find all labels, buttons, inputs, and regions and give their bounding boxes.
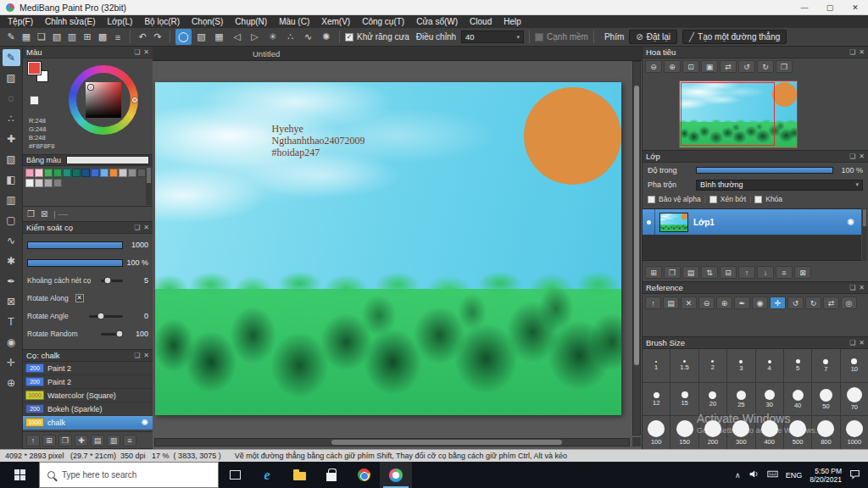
actual-size-icon[interactable]: ▣ [701, 60, 718, 73]
panels-icon[interactable]: ≡ [111, 30, 125, 44]
float-panel-icon[interactable]: ❏ [849, 48, 855, 56]
brush-size-cell[interactable]: 4 [756, 349, 783, 382]
zoom-in-icon[interactable]: ⊕ [664, 60, 681, 73]
smudge-tool[interactable]: ∴ [3, 110, 20, 127]
brush-size-cell[interactable]: 3 [727, 349, 754, 382]
hand-tool[interactable]: ✛ [3, 354, 20, 371]
medibang-icon[interactable] [380, 462, 412, 488]
brush-up-icon[interactable]: ↑ [26, 435, 40, 446]
ref-folder-icon[interactable]: ▤ [663, 297, 679, 309]
reset-button[interactable]: ⊘ Đặt lại [629, 30, 677, 44]
brush-size-slider[interactable] [27, 241, 123, 249]
curve-tool-icon[interactable]: ∿ [300, 29, 316, 45]
vertical-scrollbar[interactable] [632, 61, 641, 435]
palette-swatch[interactable] [100, 169, 108, 177]
tool-settings-icon[interactable]: ✺ [318, 29, 334, 45]
symmetry-tool-icon[interactable]: ✳ [264, 29, 281, 45]
float-panel-icon[interactable]: ❏ [849, 152, 855, 160]
canvas-viewport[interactable]: HyehyeNgthanhthao24072009#hoidap247 [153, 61, 642, 449]
menu-item[interactable]: Chọn(S) [186, 15, 229, 28]
close-panel-icon[interactable]: ✕ [143, 224, 149, 231]
move-tool[interactable]: ✚ [3, 130, 20, 147]
edit-brush-icon[interactable]: ✚ [75, 435, 88, 446]
fill-tool[interactable]: ◧ [3, 171, 20, 188]
select-pen-tool[interactable]: ✒ [3, 273, 20, 290]
zoom-tool[interactable]: ⊕ [3, 374, 20, 391]
rotate-random-slider[interactable] [101, 333, 123, 336]
menu-item[interactable]: Help [498, 15, 527, 28]
page-icon[interactable]: ▥ [65, 30, 79, 44]
ref-close-icon[interactable]: ✕ [681, 297, 697, 309]
touch-keyboard-icon[interactable] [767, 469, 778, 481]
palette-swatch[interactable] [109, 169, 118, 177]
clipping-checkbox[interactable] [709, 196, 717, 203]
undo-icon[interactable]: ↶ [136, 30, 149, 44]
ref-zoom-in-icon[interactable]: ⊕ [716, 297, 732, 309]
layer-list-scrollbar[interactable] [862, 208, 867, 261]
brush-opacity-slider[interactable] [27, 259, 123, 267]
close-button[interactable]: ✕ [843, 0, 868, 14]
brush-size-cell[interactable]: 10 [841, 349, 868, 382]
menu-item[interactable]: Chụp(N) [229, 15, 273, 28]
navigator-view-rect[interactable] [681, 82, 775, 146]
palette-swatch[interactable] [137, 169, 146, 177]
eraser-tool[interactable]: ▨ [3, 69, 20, 86]
brush-size-cell[interactable]: 1 [643, 349, 670, 382]
brush-list-item[interactable]: 1000 Watercolor (Square) ✺ [23, 389, 153, 402]
clock[interactable]: 5:50 PM 8/20/2021 [810, 467, 842, 484]
brush-list-item[interactable]: 200 Bokeh (Sparkle) ✺ [23, 402, 153, 416]
layer-opacity-slider[interactable] [696, 167, 833, 174]
action-center-icon[interactable] [849, 469, 860, 481]
start-button[interactable] [0, 462, 39, 488]
palette-swatch[interactable] [25, 169, 34, 177]
float-panel-icon[interactable]: ❏ [849, 284, 855, 291]
menu-item[interactable]: Lớp(L) [102, 15, 139, 28]
close-panel-icon[interactable]: ✕ [859, 48, 865, 56]
layer-up-icon[interactable]: ↑ [738, 266, 755, 279]
palette-swatch[interactable] [53, 179, 62, 187]
brush-size-cell[interactable]: 200 [699, 416, 726, 449]
language-indicator[interactable]: ENG [786, 471, 803, 480]
volume-icon[interactable] [748, 469, 760, 481]
float-panel-icon[interactable]: ❏ [134, 48, 140, 56]
store-icon[interactable] [315, 462, 348, 488]
slider-knob[interactable] [97, 313, 105, 320]
gradient-tool[interactable]: ▥ [3, 191, 20, 208]
palette-swatch[interactable] [128, 169, 136, 177]
blend-mode-select[interactable]: Bình thường ▾ [696, 180, 863, 191]
brush-size-cell[interactable]: 30 [756, 383, 783, 416]
palette-swatch[interactable] [119, 169, 127, 177]
float-panel-icon[interactable]: ❏ [134, 224, 140, 231]
palette-swatch[interactable] [25, 179, 34, 187]
blur-tool[interactable]: ◌ [3, 90, 20, 107]
brush-size-cell[interactable]: 12 [643, 383, 670, 416]
palette-swatch[interactable] [35, 169, 43, 177]
soft-edge-checkbox[interactable]: Cạnh mềm [535, 32, 588, 42]
hidden-icons-chevron-icon[interactable]: ∧ [735, 471, 741, 480]
saturation-value-square[interactable] [86, 82, 121, 118]
float-panel-icon[interactable]: ❏ [134, 352, 140, 359]
fit-view-icon[interactable]: ⊡ [682, 60, 699, 73]
minimize-button[interactable]: — [792, 0, 817, 14]
straight-line-button[interactable]: ╱ Tạo một đường thẳng [682, 30, 787, 44]
menu-item[interactable]: Chỉnh sửa(E) [39, 15, 102, 28]
snapshot-icon[interactable]: ❐ [776, 60, 793, 73]
grid-icon[interactable]: ⊞ [81, 30, 94, 44]
brush-size-cell[interactable]: 2 [699, 349, 726, 382]
scrollbar-thumb[interactable] [634, 86, 639, 365]
scatter-tool-icon[interactable]: ∴ [282, 29, 298, 45]
maximize-button[interactable]: ▢ [817, 0, 843, 14]
delete-swatch-icon[interactable]: ⊠ [41, 209, 47, 219]
ref-flip-icon[interactable]: ⇄ [823, 297, 839, 309]
delete-layer-icon[interactable]: ⊠ [794, 266, 811, 279]
palette-icon[interactable]: ▧ [50, 30, 64, 44]
palette-swatch[interactable] [91, 169, 99, 177]
menu-item[interactable]: Tệp(F) [2, 15, 39, 28]
file-explorer-icon[interactable] [283, 462, 315, 488]
ref-eyedropper-icon[interactable]: ◉ [752, 297, 768, 309]
document-tab[interactable]: Untitled [253, 47, 280, 61]
duplicate-brush-icon[interactable]: ❐ [58, 435, 72, 446]
brush-settings-icon[interactable]: ✺ [142, 418, 148, 427]
scrollbar-thumb[interactable] [331, 440, 562, 445]
close-panel-icon[interactable]: ✕ [859, 152, 865, 160]
